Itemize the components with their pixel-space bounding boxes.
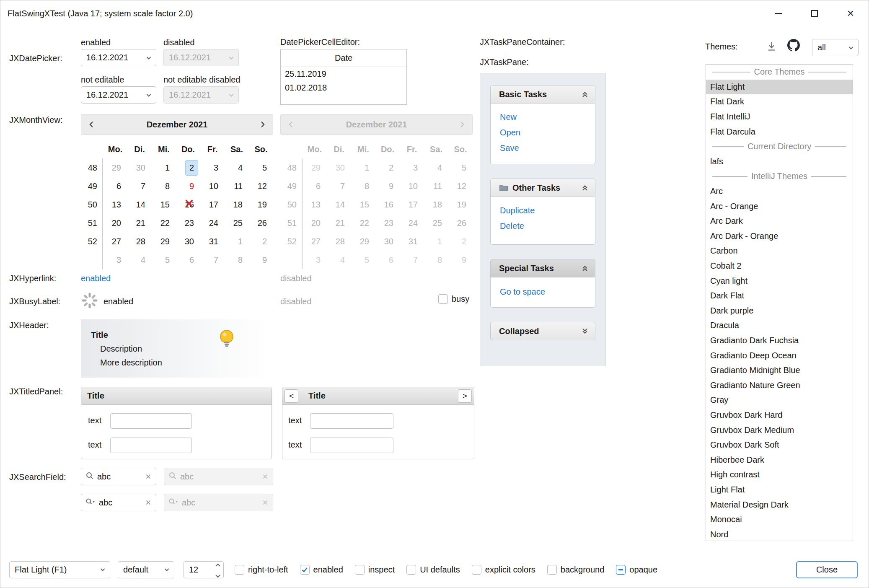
day-cell[interactable]: 51 xyxy=(81,214,103,232)
task-link[interactable]: Duplicate xyxy=(491,203,595,218)
day-cell[interactable]: 3 xyxy=(200,158,225,177)
checkbox-ui-defaults[interactable]: UI defaults xyxy=(406,565,460,575)
day-cell[interactable]: Mi. xyxy=(152,140,176,158)
taskpane-collapsed-header[interactable]: Collapsed xyxy=(490,322,595,340)
day-cell[interactable]: 11 xyxy=(225,177,249,195)
text-input[interactable] xyxy=(110,413,192,429)
theme-item[interactable]: Gray xyxy=(706,393,853,408)
taskpane-other-header[interactable]: Other Tasks xyxy=(490,179,595,197)
theme-item[interactable]: Cyan light xyxy=(706,273,853,288)
checkbox-busy[interactable]: busy xyxy=(438,294,469,304)
checkbox-enabled[interactable]: enabled xyxy=(300,565,343,575)
theme-item[interactable]: Gradianto Nature Green xyxy=(706,378,853,393)
github-icon[interactable] xyxy=(787,39,800,54)
theme-item[interactable]: Flat Dark xyxy=(706,94,853,109)
next-month-icon[interactable] xyxy=(252,120,273,129)
theme-item[interactable]: Arc xyxy=(706,184,853,199)
hyperlink-enabled[interactable]: enabled xyxy=(81,273,111,284)
theme-item[interactable]: Gradianto Midnight Blue xyxy=(706,363,853,378)
theme-item[interactable]: Dracula xyxy=(706,318,853,333)
taskpane-special-header[interactable]: Special Tasks xyxy=(490,259,595,277)
day-cell[interactable]: 8 xyxy=(152,177,176,195)
day-cell[interactable]: 2 xyxy=(176,158,200,177)
theme-item[interactable]: Current Directory xyxy=(706,139,853,154)
checkbox-explicit-colors[interactable]: explicit colors xyxy=(472,565,535,575)
day-cell[interactable] xyxy=(81,251,103,269)
task-link[interactable]: New xyxy=(491,109,595,125)
theme-item[interactable]: Flat IntelliJ xyxy=(706,109,853,124)
day-cell[interactable]: 5 xyxy=(152,251,176,269)
search-input[interactable] xyxy=(97,472,142,482)
day-cell[interactable]: 16 xyxy=(176,195,200,214)
day-cell[interactable]: 4 xyxy=(127,251,152,269)
font-size-spinner[interactable]: 12 xyxy=(184,561,224,578)
task-link[interactable]: Go to space xyxy=(491,284,595,300)
theme-item[interactable]: Light Flat xyxy=(706,482,853,497)
day-cell[interactable]: 28 xyxy=(127,232,152,251)
day-cell[interactable]: 1 xyxy=(152,158,176,177)
day-cell[interactable]: So. xyxy=(249,140,273,158)
day-cell[interactable]: 27 xyxy=(103,232,127,251)
day-cell[interactable]: 10 xyxy=(200,177,225,195)
prev-month-icon[interactable] xyxy=(81,120,102,129)
day-cell[interactable]: Sa. xyxy=(225,140,249,158)
datepicker-enabled[interactable]: 16.12.2021 xyxy=(81,49,156,66)
theme-item[interactable]: Monocai xyxy=(706,512,853,527)
clear-icon[interactable] xyxy=(145,499,152,506)
theme-item[interactable]: IntelliJ Themes xyxy=(706,169,853,184)
minimize-button[interactable] xyxy=(760,0,797,26)
day-cell[interactable]: 9 xyxy=(249,251,273,269)
day-cell[interactable]: 18 xyxy=(225,195,249,214)
day-cell[interactable]: 5 xyxy=(249,158,273,177)
theme-item[interactable]: Flat Light xyxy=(706,80,853,95)
theme-item[interactable]: Arc Dark xyxy=(706,214,853,229)
text-input[interactable] xyxy=(310,438,393,453)
clear-icon[interactable] xyxy=(145,473,152,480)
day-cell[interactable]: 52 xyxy=(81,232,103,251)
day-cell[interactable]: 6 xyxy=(103,177,127,195)
theme-item[interactable]: Gradianto Deep Ocean xyxy=(706,348,853,363)
day-cell[interactable]: 29 xyxy=(152,232,176,251)
day-cell[interactable]: 3 xyxy=(103,251,127,269)
theme-item[interactable]: Cobalt 2 xyxy=(706,259,853,274)
day-cell[interactable]: 26 xyxy=(249,214,273,232)
spinner-down-icon[interactable] xyxy=(215,570,221,580)
theme-item[interactable]: Arc - Orange xyxy=(706,199,853,214)
theme-item[interactable]: Nord xyxy=(706,527,853,541)
datepicker-not-editable[interactable]: 16.12.2021 xyxy=(81,86,156,104)
day-cell[interactable]: 19 xyxy=(249,195,273,214)
day-cell[interactable]: 20 xyxy=(103,214,127,232)
theme-item[interactable]: Flat Darcula xyxy=(706,124,853,139)
left-arrow-button[interactable]: < xyxy=(284,389,298,403)
day-cell[interactable]: 9 xyxy=(176,177,200,195)
search-input[interactable] xyxy=(99,498,142,508)
themes-filter-combo[interactable]: all xyxy=(812,39,859,56)
day-cell[interactable]: 31 xyxy=(200,232,225,251)
day-cell[interactable]: 50 xyxy=(81,195,103,214)
day-cell[interactable]: 4 xyxy=(225,158,249,177)
day-cell[interactable]: 7 xyxy=(127,177,152,195)
checkbox-inspect[interactable]: inspect xyxy=(355,565,395,575)
day-cell[interactable]: 24 xyxy=(200,214,225,232)
spinner-up-icon[interactable] xyxy=(215,560,221,569)
theme-item[interactable]: Carbon xyxy=(706,243,853,259)
day-cell[interactable]: 2 xyxy=(249,232,273,251)
task-link[interactable]: Delete xyxy=(491,218,595,234)
day-cell[interactable]: Di. xyxy=(127,140,152,158)
table-row[interactable]: 25.11.2019 xyxy=(281,67,406,81)
checkbox-right-to-left[interactable]: right-to-left xyxy=(235,565,288,575)
close-window-button[interactable]: × xyxy=(833,0,869,26)
date-column-header[interactable]: Date xyxy=(281,49,406,67)
day-cell[interactable]: 23 xyxy=(176,214,200,232)
day-cell[interactable]: 14 xyxy=(127,195,152,214)
checkbox-background[interactable]: background xyxy=(547,565,605,575)
taskpane-basic-header[interactable]: Basic Tasks xyxy=(490,85,595,104)
laf-combo[interactable]: Flat Light (F1) xyxy=(9,561,110,578)
theme-item[interactable]: High contrast xyxy=(706,467,853,482)
style-combo[interactable]: default xyxy=(118,561,174,578)
theme-item[interactable]: Gruvbox Dark Hard xyxy=(706,408,853,423)
day-cell[interactable]: 21 xyxy=(127,214,152,232)
day-cell[interactable]: 8 xyxy=(225,251,249,269)
day-cell[interactable]: 29 xyxy=(103,158,127,177)
day-cell[interactable]: Do. xyxy=(176,140,200,158)
